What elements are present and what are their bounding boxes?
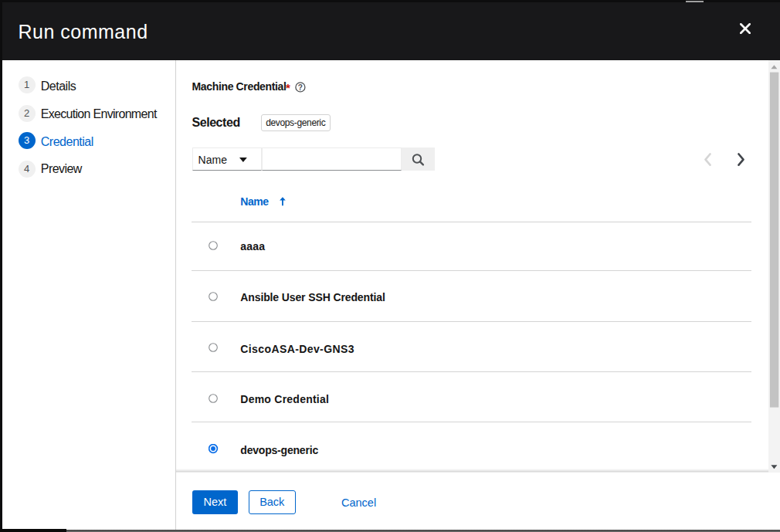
svg-text:?: ? — [297, 83, 302, 92]
